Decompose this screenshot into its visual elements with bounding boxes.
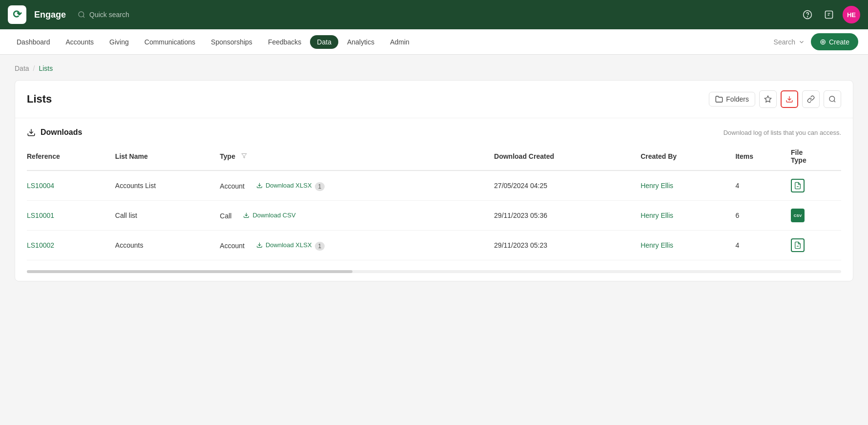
col-items: Items [735, 143, 791, 170]
cell-created-by: Henry Ellis [641, 231, 735, 260]
cell-reference: LS10002 [27, 231, 115, 260]
notifications-button[interactable] [821, 7, 837, 22]
cell-file-type [791, 231, 841, 260]
cell-list-name: Accounts List [115, 170, 220, 201]
secondary-nav: Dashboard Accounts Giving Communications… [0, 29, 868, 55]
download-type-button[interactable]: Download CSV [243, 212, 295, 219]
download-small-icon [243, 212, 249, 218]
nav-feedbacks[interactable]: Feedbacks [261, 35, 308, 49]
search-icon [828, 95, 836, 103]
star-icon [764, 95, 772, 103]
cell-file-type: CSV [791, 201, 841, 231]
nav-data[interactable]: Data [310, 35, 338, 49]
create-button[interactable]: ⊕ Create [811, 33, 858, 50]
col-reference: Reference [27, 143, 115, 170]
breadcrumb: Data / Lists [15, 64, 853, 72]
link-button[interactable] [802, 90, 820, 108]
folder-icon [715, 95, 723, 103]
scroll-thumb [27, 270, 352, 273]
quick-search-label: Quick search [89, 11, 129, 19]
reference-link[interactable]: LS10002 [27, 241, 54, 249]
creator-link[interactable]: Henry Ellis [641, 212, 673, 219]
search-nav[interactable]: Search [774, 38, 805, 46]
top-bar: ⟳ Engage Quick search HE [0, 0, 868, 29]
top-bar-actions: HE [800, 6, 860, 23]
reference-link[interactable]: LS10004 [27, 182, 54, 190]
avatar[interactable]: HE [843, 6, 860, 23]
folders-button[interactable]: Folders [709, 92, 755, 106]
download-type-button[interactable]: Download XLSX [256, 241, 312, 249]
table-row: LS10004Accounts ListAccountDownload XLSX… [27, 170, 841, 201]
downloads-table: Reference List Name Type Download Create… [27, 143, 841, 260]
main-content: Data / Lists Lists Folders [0, 55, 868, 291]
search-button[interactable] [824, 90, 841, 108]
nav-dashboard[interactable]: Dashboard [10, 35, 57, 49]
reference-link[interactable]: LS10001 [27, 212, 54, 219]
cell-list-name: Call list [115, 201, 220, 231]
downloads-icon [27, 128, 36, 137]
download-label: Download CSV [252, 212, 295, 219]
breadcrumb-parent[interactable]: Data [15, 64, 29, 72]
logo[interactable]: ⟳ [8, 5, 26, 24]
xlsx-icon [791, 179, 805, 192]
downloads-subtitle: Download log of lists that you can acces… [723, 129, 841, 136]
star-button[interactable] [759, 90, 777, 108]
download-type-button[interactable]: Download XLSX [256, 182, 312, 189]
app-name: Engage [34, 10, 66, 20]
cell-reference: LS10004 [27, 170, 115, 201]
col-type: Type [220, 143, 494, 170]
nav-giving[interactable]: Giving [103, 35, 136, 49]
cell-items: 4 [735, 231, 791, 260]
help-button[interactable] [800, 7, 815, 22]
nav-admin[interactable]: Admin [383, 35, 416, 49]
col-file-type: FileType [791, 143, 841, 170]
svg-point-6 [829, 96, 835, 102]
download-button[interactable] [781, 90, 798, 108]
download-label: Download XLSX [266, 182, 312, 189]
logo-icon: ⟳ [13, 8, 21, 21]
chevron-down-icon [798, 39, 805, 45]
svg-point-2 [807, 17, 808, 17]
cell-type: AccountDownload XLSX1 [220, 231, 494, 260]
cell-download-created: 29/11/2023 05:36 [494, 201, 641, 231]
notifications-icon [824, 10, 834, 20]
search-nav-label: Search [774, 38, 795, 46]
cell-file-type [791, 170, 841, 201]
nav-sponsorships[interactable]: Sponsorships [204, 35, 259, 49]
scroll-indicator [27, 270, 841, 273]
quick-search[interactable]: Quick search [78, 11, 792, 19]
svg-point-0 [79, 12, 84, 17]
create-label: Create [829, 38, 849, 46]
col-created-by: Created By [641, 143, 735, 170]
cell-reference: LS10001 [27, 201, 115, 231]
table-row: LS10001Call listCallDownload CSV29/11/20… [27, 201, 841, 231]
download-small-icon [256, 242, 263, 248]
nav-analytics[interactable]: Analytics [340, 35, 381, 49]
cell-list-name: Accounts [115, 231, 220, 260]
card-header: Lists Folders [15, 81, 853, 118]
card-actions: Folders [709, 90, 841, 108]
cell-items: 6 [735, 201, 791, 231]
csv-icon: CSV [791, 209, 805, 222]
cell-items: 4 [735, 170, 791, 201]
create-plus-icon: ⊕ [820, 37, 826, 46]
downloads-title: Downloads [27, 128, 82, 137]
downloads-label: Downloads [41, 128, 82, 137]
cell-download-created: 27/05/2024 04:25 [494, 170, 641, 201]
type-filter-icon[interactable] [241, 153, 247, 159]
creator-link[interactable]: Henry Ellis [641, 241, 673, 249]
col-download-created: Download Created [494, 143, 641, 170]
creator-link[interactable]: Henry Ellis [641, 182, 673, 190]
nav-communications[interactable]: Communications [138, 35, 202, 49]
search-icon [78, 11, 85, 19]
cell-type: AccountDownload XLSX1 [220, 170, 494, 201]
breadcrumb-current: Lists [39, 64, 53, 72]
col-list-name: List Name [115, 143, 220, 170]
download-badge: 1 [315, 182, 325, 191]
download-icon [785, 95, 793, 103]
nav-accounts[interactable]: Accounts [59, 35, 101, 49]
download-small-icon [256, 182, 263, 189]
download-label: Download XLSX [266, 241, 312, 249]
breadcrumb-separator: / [33, 64, 35, 72]
lists-card: Lists Folders [15, 80, 853, 281]
